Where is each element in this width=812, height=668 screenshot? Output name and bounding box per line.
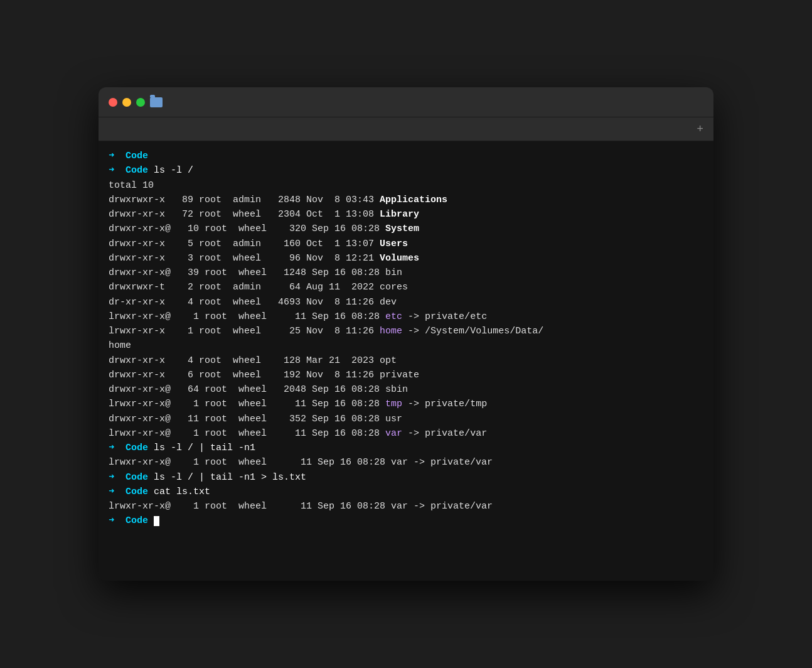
terminal-line: lrwxr-xr-x@ 1 root wheel 11 Sep 16 08:28… — [109, 426, 703, 441]
close-button[interactable] — [109, 98, 117, 107]
cursor — [154, 516, 159, 526]
terminal-line: drwxr-xr-x 4 root wheel 128 Mar 21 2023 … — [109, 353, 703, 368]
maximize-button[interactable] — [136, 98, 145, 107]
terminal-line: lrwxr-xr-x 1 root wheel 25 Nov 8 11:26 h… — [109, 324, 703, 338]
terminal-line: ➜ Code ls -l / | tail -n1 — [109, 441, 703, 455]
terminal-line: ➜ Code — [109, 149, 703, 163]
terminal-line: dr-xr-xr-x 4 root wheel 4693 Nov 8 11:26… — [109, 295, 703, 310]
terminal-line: lrwxr-xr-x@ 1 root wheel 11 Sep 16 08:28… — [109, 310, 703, 324]
titlebar — [99, 87, 713, 117]
terminal-line: drwxr-xr-x 6 root wheel 192 Nov 8 11:26 … — [109, 368, 703, 382]
terminal-line: lrwxr-xr-x@ 1 root wheel 11 Sep 16 08:28… — [109, 397, 703, 411]
terminal-line: drwxrwxr-t 2 root admin 64 Aug 11 2022 c… — [109, 280, 703, 294]
terminal-line: drwxr-xr-x@ 39 root wheel 1248 Sep 16 08… — [109, 266, 703, 280]
terminal-line: ➜ Code ls -l / — [109, 163, 703, 178]
terminal-window: + ➜ Code➜ Code ls -l /total 10drwxrwxr-x… — [99, 87, 713, 581]
folder-icon — [150, 97, 163, 107]
terminal-line: total 10 — [109, 178, 703, 193]
tab-bar: + — [99, 117, 713, 141]
terminal-line: drwxr-xr-x@ 10 root wheel 320 Sep 16 08:… — [109, 222, 703, 236]
terminal-body[interactable]: ➜ Code➜ Code ls -l /total 10drwxrwxr-x 8… — [99, 141, 713, 581]
traffic-lights — [109, 98, 145, 107]
terminal-line: drwxr-xr-x 5 root admin 160 Oct 1 13:07 … — [109, 237, 703, 251]
new-tab-button[interactable]: + — [697, 123, 703, 136]
terminal-line: home — [109, 338, 703, 353]
terminal-line: drwxr-xr-x 72 root wheel 2304 Oct 1 13:0… — [109, 207, 703, 222]
terminal-line: drwxr-xr-x@ 64 root wheel 2048 Sep 16 08… — [109, 382, 703, 397]
terminal-line: ➜ Code cat ls.txt — [109, 485, 703, 499]
terminal-line: ➜ Code ls -l / | tail -n1 > ls.txt — [109, 470, 703, 485]
terminal-line: drwxr-xr-x@ 11 root wheel 352 Sep 16 08:… — [109, 412, 703, 426]
minimize-button[interactable] — [122, 98, 131, 107]
terminal-line: lrwxr-xr-x@ 1 root wheel 11 Sep 16 08:28… — [109, 455, 703, 470]
terminal-line: drwxr-xr-x 3 root wheel 96 Nov 8 12:21 V… — [109, 251, 703, 266]
terminal-line: ➜ Code — [109, 514, 703, 528]
terminal-line: drwxrwxr-x 89 root admin 2848 Nov 8 03:4… — [109, 193, 703, 207]
terminal-line: lrwxr-xr-x@ 1 root wheel 11 Sep 16 08:28… — [109, 499, 703, 514]
